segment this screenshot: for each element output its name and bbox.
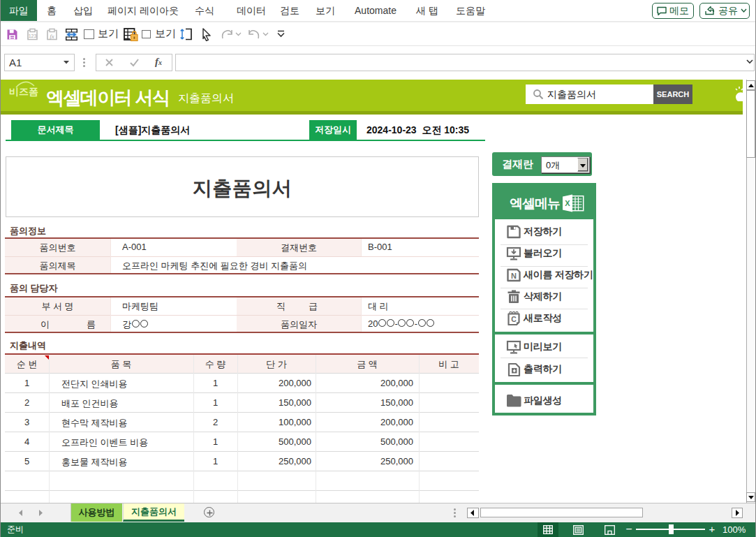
svg-text:C: C: [511, 315, 517, 323]
svg-text:123: 123: [29, 34, 37, 38]
svg-text:fx: fx: [50, 33, 54, 40]
svg-text:X: X: [565, 199, 570, 207]
svg-text:N: N: [511, 272, 517, 280]
